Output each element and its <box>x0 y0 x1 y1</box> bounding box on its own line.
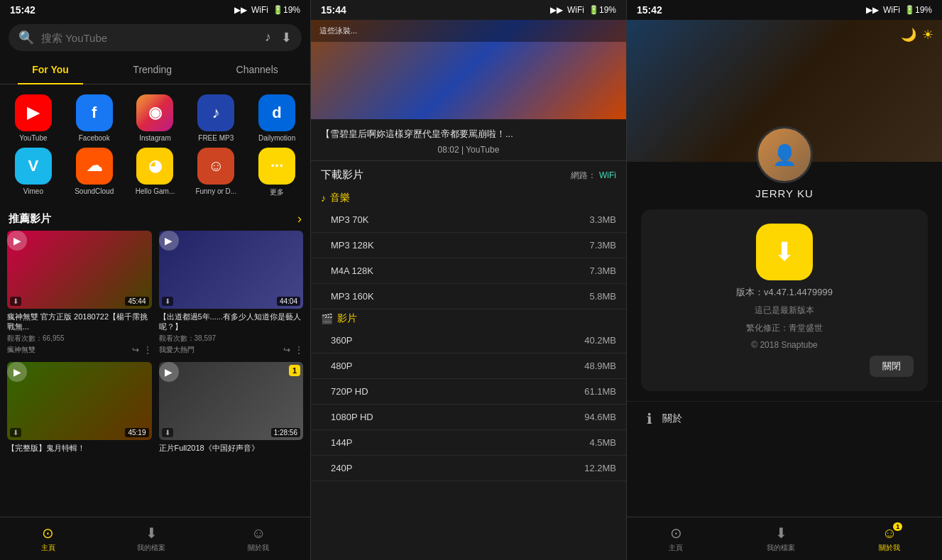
nav-home[interactable]: ⊙ 主頁 <box>41 525 55 553</box>
music-search-icon[interactable]: ♪ <box>265 30 271 45</box>
size-360p: 40.2MB <box>584 335 616 346</box>
pnav-home-label: 主頁 <box>669 543 683 553</box>
play-btn-2: ▶ <box>159 231 179 251</box>
download-btn-4[interactable]: ⬇ <box>162 428 173 437</box>
more-icon-1[interactable]: ⋮ <box>143 345 152 355</box>
dl-mp3-70k[interactable]: MP3 70K 3.3MB <box>311 207 626 233</box>
size-mp3-70k: 3.3MB <box>589 214 616 225</box>
size-1080p: 94.6MB <box>584 412 616 422</box>
files-icon: ⬇ <box>146 525 158 542</box>
nav-about[interactable]: ☺ 關於我 <box>248 525 269 553</box>
download-label: 下載影片 <box>321 168 363 182</box>
app-hellogame[interactable]: ◕ Hello Gam... <box>128 148 183 197</box>
recommended-header: 推薦影片 › <box>0 207 310 231</box>
app-hellogame-label: Hello Gam... <box>136 187 175 195</box>
download-btn-2[interactable]: ⬇ <box>162 297 173 306</box>
moon-icon[interactable]: 🌙 <box>901 27 916 43</box>
share-icon-1[interactable]: ↪ <box>132 345 139 355</box>
video-card-1[interactable]: ▶ 45:44 ⬇ 瘋神無雙 官方正版 20180722【楊千霈挑戰無... 觀… <box>7 231 152 355</box>
video-card-2[interactable]: ▶ 44:04 ⬇ 【出道都過5年......有多少人知道你是藝人呢？】 觀看次… <box>159 231 304 355</box>
time-right: 15:42 <box>637 4 662 16</box>
wifi-icon-right: WiFi <box>883 5 900 15</box>
close-button[interactable]: 關閉 <box>870 356 914 377</box>
nav-home-label: 主頁 <box>41 543 55 553</box>
tab-channels[interactable]: Channels <box>222 60 292 79</box>
badge-4: 1 <box>289 365 300 376</box>
app-instagram[interactable]: ◉ Instagram <box>128 94 183 142</box>
video-views-1: 觀看次數：66,955 <box>7 334 152 344</box>
signal-icon-mid: ▶▶ <box>550 5 563 15</box>
download-icon[interactable]: ⬇ <box>281 30 292 45</box>
recommended-more-icon[interactable]: › <box>297 212 302 226</box>
app-dailymotion[interactable]: d Dailymotion <box>249 94 305 142</box>
time-mid: 15:44 <box>321 4 346 16</box>
audio-section-label: ♪ 音樂 <box>311 189 626 207</box>
app-facebook[interactable]: f Facebook <box>67 94 122 142</box>
app-free-mp3[interactable]: ♪ FREE MP3 <box>188 94 243 142</box>
duration-3: 45:19 <box>125 428 148 437</box>
more-icon: ··· <box>258 148 295 185</box>
video-thumb-4: ▶ 1:28:56 1 ⬇ <box>159 362 304 440</box>
size-mp3-160k: 5.8MB <box>589 291 616 302</box>
nav-files[interactable]: ⬇ 我的檔案 <box>137 525 165 553</box>
duration-2: 44:04 <box>277 297 300 306</box>
app-logo-icon: ⬇ <box>756 224 813 280</box>
recommended-title: 推薦影片 <box>9 212 51 226</box>
play-btn-1: ▶ <box>7 231 27 251</box>
download-btn-3[interactable]: ⬇ <box>10 428 21 437</box>
about-action[interactable]: ℹ 關於 <box>627 401 942 436</box>
size-mp3-128k: 7.3MB <box>589 240 616 251</box>
format-360p: 360P <box>331 335 352 346</box>
video-actions-2: 我愛大熱門 ↪ ⋮ <box>159 345 304 355</box>
search-bar[interactable]: 🔍 ♪ ⬇ <box>9 24 302 51</box>
share-icon-2[interactable]: ↪ <box>283 345 290 355</box>
dl-720p[interactable]: 720P HD 61.1MB <box>311 379 626 405</box>
format-mp3-128k: MP3 128K <box>331 240 374 251</box>
status-icons-left: ▶▶ WiFi 🔋19% <box>234 5 300 15</box>
funnyordie-icon: ☺ <box>197 148 234 185</box>
app-more-label: 更多 <box>270 187 284 197</box>
dl-240p[interactable]: 240P 12.2MB <box>311 456 626 481</box>
dl-480p[interactable]: 480P 48.9MB <box>311 353 626 379</box>
instagram-icon: ◉ <box>136 94 173 131</box>
app-vimeo[interactable]: V Vimeo <box>6 148 61 197</box>
status-bar-mid: 15:44 ▶▶ WiFi 🔋19% <box>311 0 626 20</box>
video-info: 【雪碧皇后啊妳這樣穿歷代皇帝都要駡崩啦！... 08:02 | YouTube <box>311 119 626 161</box>
video-card-3[interactable]: ▶ 45:19 ⬇ 【完整版】鬼月特輯！ <box>7 362 152 453</box>
dl-m4a-128k[interactable]: M4A 128K 7.3MB <box>311 258 626 284</box>
format-m4a-128k: M4A 128K <box>331 265 373 276</box>
wifi-icon-mid: WiFi <box>567 5 584 15</box>
tab-trending[interactable]: Trending <box>119 60 186 79</box>
size-144p: 4.5MB <box>589 437 616 448</box>
wifi-icon: WiFi <box>251 5 268 15</box>
facebook-icon: f <box>76 94 113 131</box>
dl-360p[interactable]: 360P 40.2MB <box>311 328 626 353</box>
app-more[interactable]: ··· 更多 <box>249 148 305 197</box>
pnav-home[interactable]: ⊙ 主頁 <box>669 525 683 553</box>
app-funnyordie[interactable]: ☺ Funny or D... <box>188 148 243 197</box>
size-240p: 12.2MB <box>584 463 616 473</box>
app-youtube[interactable]: ▶ YouTube <box>6 94 61 142</box>
pnav-about[interactable]: ☺ 關於我 <box>879 525 900 553</box>
pnav-files[interactable]: ⬇ 我的檔案 <box>767 525 795 553</box>
format-720p: 720P HD <box>331 386 368 397</box>
sun-icon[interactable]: ☀ <box>922 27 933 43</box>
app-soundcloud[interactable]: ☁ SoundCloud <box>67 148 122 197</box>
size-480p: 48.9MB <box>584 361 616 371</box>
format-mp3-160k: MP3 160K <box>331 291 374 302</box>
profile-name: JERRY KU <box>627 187 942 199</box>
dl-1080p[interactable]: 1080P HD 94.6MB <box>311 405 626 430</box>
play-btn-4: ▶ <box>159 362 179 382</box>
download-btn-1[interactable]: ⬇ <box>10 297 21 306</box>
about-copyright: © 2018 Snaptube <box>751 340 818 350</box>
video-title-mid: 【雪碧皇后啊妳這樣穿歷代皇帝都要駡崩啦！... <box>321 128 616 141</box>
more-icon-2[interactable]: ⋮ <box>295 345 303 355</box>
dl-mp3-160k[interactable]: MP3 160K 5.8MB <box>311 284 626 309</box>
dl-144p[interactable]: 144P 4.5MB <box>311 430 626 456</box>
about-icon: ☺ <box>251 525 265 542</box>
search-input[interactable] <box>41 32 258 44</box>
dl-mp3-128k[interactable]: MP3 128K 7.3MB <box>311 233 626 258</box>
video-card-4[interactable]: ▶ 1:28:56 1 ⬇ 正片Full2018《中国好声音》 <box>159 362 304 453</box>
tab-for-you[interactable]: For You <box>18 60 83 79</box>
pnav-about-label: 關於我 <box>879 543 900 553</box>
